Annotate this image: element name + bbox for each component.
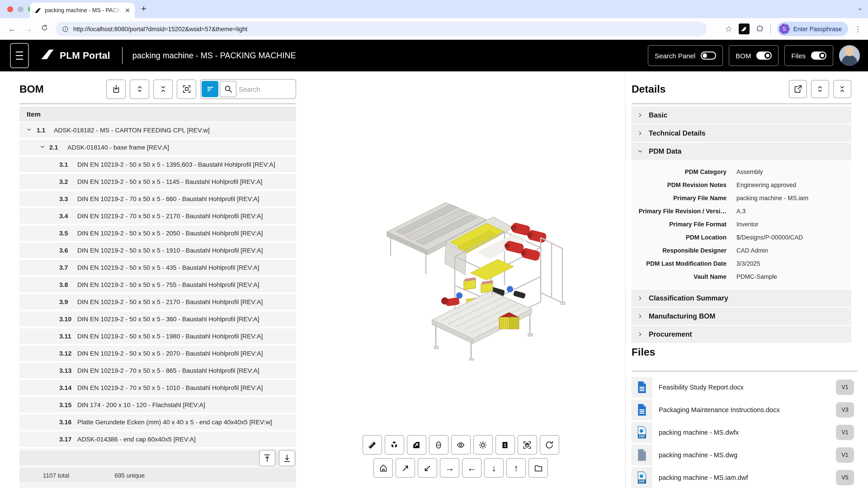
- new-tab-button[interactable]: +: [141, 4, 146, 14]
- bom-row[interactable]: 3.16Platte Gerundete Ecken (mm) 40 x 40 …: [20, 414, 296, 430]
- user-avatar[interactable]: [839, 45, 860, 66]
- minimize-window-button[interactable]: [18, 6, 24, 12]
- chevron-right-icon[interactable]: [637, 313, 643, 320]
- back-icon[interactable]: ←: [8, 24, 16, 34]
- bom-row[interactable]: 3.20ADSK-011471 - cover [REV:A]: [20, 483, 296, 488]
- url-text[interactable]: http://localhost:8080/portal?dmsid=15202…: [73, 26, 248, 32]
- bom-row[interactable]: 3.5DIN EN 10219-2 - 50 x 50 x 5 - 2050 -…: [20, 225, 296, 241]
- details-collapse-all-button[interactable]: [833, 80, 851, 98]
- measure-button[interactable]: [362, 435, 382, 455]
- chevron-down-icon[interactable]: [39, 143, 46, 151]
- close-tab-icon[interactable]: ✕: [125, 7, 130, 13]
- toggle-switch[interactable]: [756, 52, 772, 60]
- bom-export-button[interactable]: [106, 79, 126, 99]
- bom-row[interactable]: 3.9DIN EN 10219-2 - 50 x 50 x 5 - 2170 -…: [20, 294, 296, 310]
- file-row[interactable]: Packaging Maintenance Instructions.docxV…: [631, 399, 858, 420]
- bom-row[interactable]: 3.17ADSK-014386 - end cap 60x40x5 [REV:A…: [20, 431, 296, 447]
- toggle-bom[interactable]: BOM: [729, 45, 778, 66]
- forward-icon[interactable]: →: [24, 24, 33, 34]
- folder-button[interactable]: [528, 458, 548, 478]
- scroll-to-top-button[interactable]: [259, 450, 275, 466]
- fit-view-button[interactable]: [518, 435, 537, 455]
- browser-tab[interactable]: packing machine - MS - PACK ✕: [30, 3, 135, 18]
- hide-button[interactable]: [429, 435, 448, 455]
- bom-row[interactable]: 3.7DIN EN 10219-2 - 50 x 50 x 5 - 435 - …: [20, 260, 296, 275]
- section-classification-summary[interactable]: Classification Summary: [631, 290, 851, 307]
- arrow-ne-button[interactable]: ↗: [396, 458, 415, 478]
- arrow-right-button[interactable]: →: [440, 458, 459, 478]
- toggle-switch[interactable]: [811, 52, 827, 60]
- bom-row[interactable]: 3.3DIN EN 10219-2 - 70 x 50 x 5 - 660 - …: [20, 191, 296, 206]
- first-person-button[interactable]: 1: [495, 435, 515, 455]
- bom-fullscreen-button[interactable]: [177, 79, 196, 99]
- chevron-down-icon[interactable]: [637, 148, 643, 155]
- orbit-button[interactable]: [539, 435, 559, 455]
- bom-row[interactable]: 3.2DIN EN 10219-2 - 50 x 50 x 5 - 1145 -…: [20, 174, 296, 189]
- details-sections: BasicTechnical DetailsPDM DataPDM Catego…: [631, 107, 851, 344]
- toggle-switch[interactable]: [701, 52, 716, 60]
- arrow-down-button[interactable]: ↓: [484, 458, 504, 478]
- file-name[interactable]: Feasibility Study Report.docx: [659, 384, 836, 391]
- bom-collapse-all-button[interactable]: [153, 79, 173, 99]
- main-menu-button[interactable]: [10, 43, 29, 68]
- file-name[interactable]: packing machine - MS.dwfx: [659, 429, 836, 436]
- toggle-search-panel[interactable]: Search Panel: [648, 45, 723, 66]
- chevron-down-icon[interactable]: [26, 126, 32, 134]
- tab-search-icon[interactable]: ⌄: [858, 4, 863, 11]
- bom-row[interactable]: 3.14DIN EN 10219-2 - 70 x 50 x 5 - 1010 …: [20, 380, 296, 395]
- section-basic[interactable]: Basic: [631, 107, 851, 124]
- site-info-icon[interactable]: [62, 26, 69, 32]
- arrow-up-button[interactable]: ↑: [506, 458, 526, 478]
- details-expand-all-button[interactable]: [811, 80, 829, 98]
- details-open-external-button[interactable]: [789, 80, 807, 98]
- screenshot-button[interactable]: [407, 435, 426, 455]
- arrow-left-button[interactable]: ←: [462, 458, 482, 478]
- bookmark-star-icon[interactable]: ☆: [725, 24, 732, 34]
- file-row[interactable]: DWFpacking machine - MS.dwfxV1: [631, 422, 858, 443]
- bom-filter-button[interactable]: [202, 81, 218, 97]
- viewer-3d-model[interactable]: [378, 184, 572, 361]
- file-row[interactable]: DWFpacking machine - MS.iam.dwfV5: [631, 467, 858, 488]
- home-button[interactable]: [373, 458, 393, 478]
- arrow-sw-button[interactable]: ↙: [418, 458, 437, 478]
- file-name[interactable]: Packaging Maintenance Instructions.docx: [659, 406, 836, 414]
- bom-row[interactable]: 2.1ADSK-018140 - base frame [REV:A]: [20, 140, 296, 155]
- chevron-right-icon[interactable]: [637, 331, 643, 337]
- bom-row[interactable]: 3.4DIN EN 10219-2 - 70 x 50 x 5 - 2170 -…: [20, 208, 296, 224]
- section-manufacturing-bom[interactable]: Manufacturing BOM: [631, 308, 851, 325]
- section-procurement[interactable]: Procurement: [631, 326, 851, 343]
- scroll-to-bottom-button[interactable]: [279, 450, 295, 466]
- bom-row[interactable]: 3.10DIN EN 10219-2 - 50 x 50 x 5 - 360 -…: [20, 311, 296, 327]
- close-window-button[interactable]: [7, 6, 13, 12]
- bom-row[interactable]: 3.1DIN EN 10219-2 - 50 x 50 x 5 - 1395,6…: [20, 157, 296, 172]
- bom-search-button[interactable]: [220, 81, 237, 97]
- bom-row[interactable]: 1.1ADSK-018182 - MS - CARTON FEEDING CPL…: [20, 123, 296, 138]
- chevron-right-icon[interactable]: [637, 130, 643, 136]
- bom-row[interactable]: 3.12DIN EN 10219-2 - 50 x 50 x 5 - 2070 …: [20, 346, 296, 361]
- address-bar[interactable]: http://localhost:8080/portal?dmsid=15202…: [56, 22, 707, 36]
- passphrase-button[interactable]: S Enter Passphrase: [777, 22, 848, 36]
- bom-row[interactable]: 3.15DIN 174 - 200 x 10 - 120 - Flachstah…: [20, 397, 296, 413]
- file-row[interactable]: packing machine - MS.dwgV1: [631, 445, 858, 465]
- bom-row[interactable]: 3.13DIN EN 10219-2 - 70 x 50 x 5 - 865 -…: [20, 363, 296, 378]
- file-name[interactable]: packing machine - MS.iam.dwf: [659, 474, 836, 481]
- bom-row[interactable]: 3.6DIN EN 10219-2 - 50 x 50 x 5 - 1910 -…: [20, 242, 296, 258]
- autodesk-extension-icon[interactable]: [739, 24, 749, 34]
- bom-expand-all-button[interactable]: [130, 79, 149, 99]
- chevron-right-icon[interactable]: [637, 112, 643, 119]
- chevron-right-icon[interactable]: [637, 295, 643, 301]
- section-pdm-data[interactable]: PDM Data: [631, 143, 851, 160]
- file-name[interactable]: packing machine - MS.dwg: [659, 451, 836, 459]
- bom-row[interactable]: 3.11DIN EN 10219-2 - 50 x 50 x 5 - 1980 …: [20, 328, 296, 344]
- show-button[interactable]: [451, 435, 470, 455]
- brightness-button[interactable]: [473, 435, 493, 455]
- file-row[interactable]: Feasibility Study Report.docxV1: [631, 377, 858, 398]
- explode-button[interactable]: [384, 435, 404, 455]
- bom-row[interactable]: 3.8DIN EN 10219-2 - 50 x 50 x 5 - 755 - …: [20, 277, 296, 292]
- section-technical-details[interactable]: Technical Details: [631, 125, 851, 142]
- bom-search-input[interactable]: [238, 85, 295, 93]
- toggle-files[interactable]: Files: [784, 45, 833, 66]
- extensions-puzzle-icon[interactable]: [756, 25, 764, 33]
- browser-menu-icon[interactable]: ⋮: [855, 25, 862, 33]
- reload-icon[interactable]: [41, 24, 49, 34]
